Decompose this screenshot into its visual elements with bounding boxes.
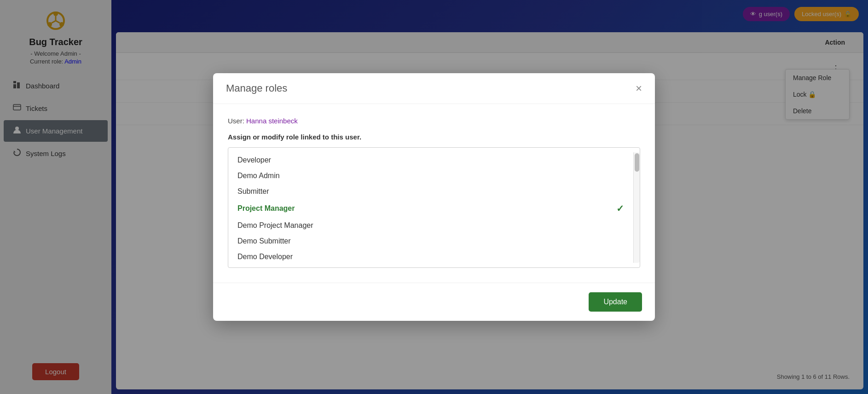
manage-roles-modal: Manage roles × User: Hanna steinbeck Ass… xyxy=(213,73,655,321)
modal-header: Manage roles × xyxy=(213,73,655,104)
role-scrollbar[interactable] xyxy=(633,152,640,263)
update-button[interactable]: Update xyxy=(589,292,642,312)
modal-footer: Update xyxy=(213,283,655,321)
role-item-demo-admin[interactable]: Demo Admin xyxy=(228,168,633,184)
role-scrollbar-thumb xyxy=(635,153,639,172)
modal-user-link[interactable]: Hanna steinbeck xyxy=(246,117,298,125)
modal-close-button[interactable]: × xyxy=(636,83,642,94)
role-list-inner: Developer Demo Admin Submitter Project M… xyxy=(228,152,633,263)
role-item-demo-project-manager[interactable]: Demo Project Manager xyxy=(228,218,633,233)
modal-assign-label: Assign or modify role linked to this use… xyxy=(228,133,640,141)
role-item-submitter[interactable]: Submitter xyxy=(228,184,633,199)
modal-overlay[interactable]: Manage roles × User: Hanna steinbeck Ass… xyxy=(0,0,868,394)
modal-title: Manage roles xyxy=(226,82,287,94)
role-list-scroll: Developer Demo Admin Submitter Project M… xyxy=(228,152,640,263)
modal-user-label: User: Hanna steinbeck xyxy=(228,117,640,125)
role-item-demo-submitter[interactable]: Demo Submitter xyxy=(228,233,633,249)
role-item-developer[interactable]: Developer xyxy=(228,152,633,168)
role-item-demo-developer[interactable]: Demo Developer xyxy=(228,249,633,263)
role-item-project-manager[interactable]: Project Manager ✓ xyxy=(228,199,633,218)
role-list: Developer Demo Admin Submitter Project M… xyxy=(228,147,640,268)
selected-checkmark: ✓ xyxy=(616,203,624,214)
modal-body: User: Hanna steinbeck Assign or modify r… xyxy=(213,104,655,283)
